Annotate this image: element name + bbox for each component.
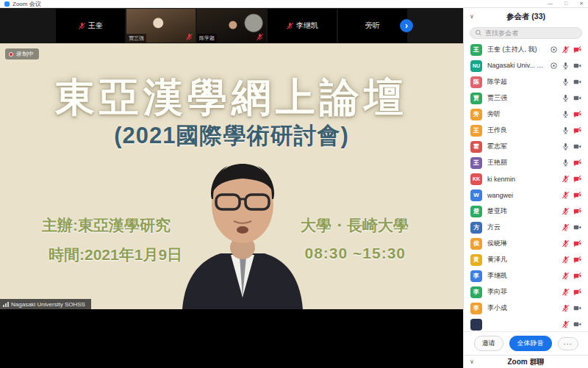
- participants-footer: 邀请 全体静音 ···: [464, 331, 588, 355]
- mic-status-icon[interactable]: [562, 304, 570, 312]
- camera-status-icon[interactable]: [573, 320, 581, 328]
- mic-status-icon[interactable]: [562, 239, 570, 248]
- camera-status-icon[interactable]: [573, 239, 581, 248]
- filmstrip-tile[interactable]: 旁听: [338, 9, 407, 43]
- speaker-name-label: Nagasaki University SOHSS: [0, 299, 91, 309]
- participant-row[interactable]: 楚 楚亚玮: [464, 203, 588, 220]
- avatar: 李: [470, 303, 482, 314]
- participant-list[interactable]: 王 王奎 (主持人, 我) NU Nagasaki Univ... (联席主持: [464, 42, 588, 331]
- participant-name: 李小成: [487, 303, 556, 313]
- camera-status-icon[interactable]: [573, 223, 581, 231]
- mic-status-icon[interactable]: [562, 159, 570, 167]
- avatar: 陈: [470, 76, 482, 88]
- camera-status-icon[interactable]: [573, 142, 581, 151]
- avatar: 贾: [470, 93, 482, 104]
- mic-status-icon[interactable]: [562, 256, 570, 264]
- avatar: 李: [470, 270, 482, 282]
- participant-row[interactable]: 王 王奎 (主持人, 我): [464, 42, 588, 58]
- participant-row[interactable]: 霍 霍志军: [464, 139, 588, 155]
- mic-status-icon[interactable]: [562, 94, 570, 102]
- camera-status-icon[interactable]: [573, 110, 581, 118]
- participant-row[interactable]: 黄 黄泽凡: [464, 252, 588, 268]
- mic-status-icon[interactable]: [562, 78, 570, 86]
- mic-status-icon[interactable]: [562, 142, 570, 151]
- camera-status-icon[interactable]: [573, 175, 581, 183]
- mic-status-icon[interactable]: [562, 272, 570, 280]
- camera-status-icon[interactable]: [573, 126, 581, 134]
- muted-mic-icon: [286, 22, 294, 30]
- avatar: 王: [470, 157, 482, 169]
- mic-status-icon[interactable]: [562, 62, 570, 70]
- camera-status-icon[interactable]: [573, 159, 581, 167]
- mic-status-icon[interactable]: [562, 191, 570, 199]
- mute-all-button[interactable]: 全体静音: [509, 336, 552, 351]
- mic-status-icon[interactable]: [562, 126, 570, 134]
- tile-corner-label: 陈学超: [197, 34, 217, 43]
- minimize-icon[interactable]: —: [548, 0, 553, 7]
- collapse-chat-icon[interactable]: ∨: [470, 358, 474, 365]
- camera-status-icon[interactable]: [573, 207, 581, 215]
- window-title: Zoom 会议: [12, 0, 41, 8]
- participant-row[interactable]: NU Nagasaki Univ... (联席主持人): [464, 58, 588, 74]
- more-options-button[interactable]: ···: [558, 337, 578, 350]
- next-participants-button[interactable]: ›: [400, 19, 413, 32]
- signal-bars-icon: [3, 302, 9, 307]
- participant-row[interactable]: 侯 侯晓琳: [464, 236, 588, 252]
- participant-row[interactable]: W wangwei: [464, 187, 588, 203]
- avatar: 方: [470, 222, 482, 234]
- participant-row[interactable]: 李 李向菲: [464, 284, 588, 300]
- mic-status-icon[interactable]: [562, 207, 570, 215]
- camera-status-icon[interactable]: [573, 256, 581, 264]
- participant-search[interactable]: [470, 27, 582, 39]
- avatar: 王: [470, 125, 482, 137]
- camera-status-icon[interactable]: [573, 46, 581, 54]
- filmstrip-tile[interactable]: 李继凯: [268, 9, 337, 43]
- participant-row[interactable]: 王 王作良: [464, 123, 588, 139]
- mic-status-icon[interactable]: [562, 46, 570, 54]
- participant-row[interactable]: 方 方云: [464, 220, 588, 236]
- participant-row[interactable]: [464, 317, 588, 331]
- participant-row[interactable]: 李 李小成: [464, 300, 588, 317]
- participant-name: 李继凯: [487, 271, 556, 281]
- mic-status-icon[interactable]: [562, 175, 570, 183]
- camera-status-icon[interactable]: [573, 94, 581, 102]
- participant-row[interactable]: KK ki kenmin: [464, 171, 588, 187]
- filmstrip-tile[interactable]: 陈学超: [197, 9, 266, 43]
- participant-row[interactable]: 旁 旁听: [464, 107, 588, 123]
- camera-status-icon[interactable]: [573, 78, 581, 86]
- participant-name: 黄泽凡: [487, 255, 556, 264]
- camera-status-icon[interactable]: [573, 62, 581, 70]
- participant-row[interactable]: 王 王艳丽: [464, 155, 588, 171]
- camera-status-icon[interactable]: [573, 288, 581, 296]
- recording-label: 录制中: [16, 50, 34, 58]
- participant-name: 楚亚玮: [487, 206, 556, 216]
- avatar: 旁: [470, 109, 482, 120]
- invite-button[interactable]: 邀请: [474, 336, 503, 351]
- muted-mic-icon: [78, 22, 86, 30]
- participant-row[interactable]: 贾 贾三强: [464, 90, 588, 107]
- chat-title: Zoom 群聊: [508, 357, 545, 367]
- mic-status-icon[interactable]: [562, 110, 570, 118]
- collapse-panel-icon[interactable]: ∨: [470, 13, 474, 20]
- avatar: [470, 319, 482, 331]
- participant-name: ki kenmin: [487, 176, 556, 183]
- mic-status-icon[interactable]: [562, 288, 570, 296]
- participant-name: 侯晓琳: [487, 239, 556, 248]
- close-icon[interactable]: ✕: [579, 0, 584, 7]
- muted-mic-icon: [185, 33, 193, 41]
- search-input[interactable]: [485, 29, 577, 37]
- avatar: 王: [470, 44, 482, 56]
- camera-status-icon[interactable]: [573, 191, 581, 199]
- participant-row[interactable]: 陈 陈学超: [464, 74, 588, 90]
- filmstrip-tile[interactable]: 贾三强: [126, 9, 196, 43]
- active-speaker-video[interactable]: 录制中 東亞漢學網上論壇 (2021國際學術研討會) 主辦:東亞漢學研究 大學・…: [0, 43, 463, 309]
- avatar: 霍: [470, 141, 482, 153]
- maximize-icon[interactable]: □: [564, 0, 567, 7]
- filmstrip-tile[interactable]: 王奎: [56, 9, 125, 43]
- mic-status-icon[interactable]: [562, 223, 570, 231]
- participant-row[interactable]: 李 李继凯: [464, 268, 588, 284]
- mic-status-icon[interactable]: [562, 320, 570, 328]
- camera-status-icon[interactable]: [573, 272, 581, 280]
- participant-name: 霍志军: [487, 142, 556, 151]
- camera-status-icon[interactable]: [573, 304, 581, 312]
